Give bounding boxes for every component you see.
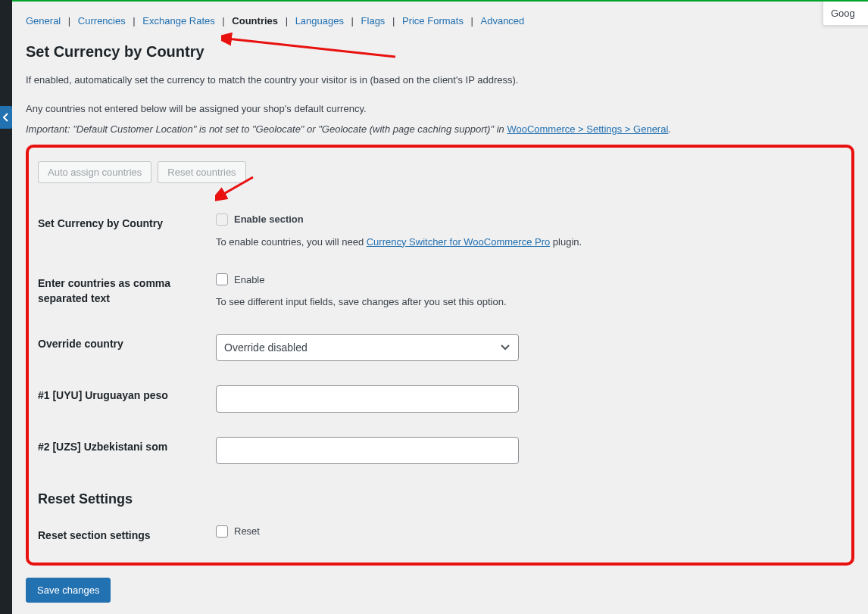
important-suffix: . [668, 123, 671, 135]
important-text: Important: "Default Customer Location" i… [26, 123, 507, 135]
page-title: Set Currency by Country [26, 34, 854, 70]
enter-comma-checkbox-label: Enable [234, 274, 264, 285]
subnav-flags[interactable]: Flags [361, 15, 386, 26]
subnav-advanced[interactable]: Advanced [481, 15, 525, 26]
save-changes-button[interactable]: Save changes [26, 578, 111, 603]
chevron-left-icon [3, 113, 9, 122]
page-description-2: Any countries not entered below will be … [26, 91, 854, 120]
woocommerce-settings-link[interactable]: WooCommerce > Settings > General [507, 123, 668, 135]
enter-comma-help: To see different input fields, save chan… [216, 285, 842, 310]
enable-section-checkbox-label: Enable section [234, 213, 304, 225]
enable-section-help: To enable countries, you will need Curre… [216, 226, 842, 250]
highlighted-settings-area: Auto assign countries Reset countries Se… [26, 145, 854, 566]
currency-1-label: #1 [UYU] Uruguayan peso [38, 385, 216, 404]
currency-2-input[interactable] [216, 437, 519, 464]
override-country-select[interactable]: Override disabled [216, 334, 519, 361]
enable-section-label: Set Currency by Country [38, 213, 216, 232]
reset-checkbox-label: Reset [234, 525, 260, 537]
subnav-exchange-rates[interactable]: Exchange Rates [142, 15, 214, 26]
subnav-currencies[interactable]: Currencies [78, 15, 126, 26]
currency-switcher-pro-link[interactable]: Currency Switcher for WooCommerce Pro [367, 236, 551, 248]
override-country-selected: Override disabled [224, 341, 308, 354]
subnav-price-formats[interactable]: Price Formats [402, 15, 464, 26]
reset-checkbox[interactable] [216, 525, 228, 538]
subnav-countries: Countries [232, 15, 278, 26]
page-description-1: If enabled, automatically set the curren… [26, 70, 854, 91]
chevron-down-icon [500, 342, 510, 353]
reset-countries-button[interactable]: Reset countries [158, 161, 245, 183]
enable-section-checkbox [216, 213, 228, 226]
currency-2-label: #2 [UZS] Uzbekistani som [38, 437, 216, 455]
reset-section-label: Reset section settings [38, 525, 216, 544]
page-important-note: Important: "Default Customer Location" i… [26, 119, 854, 140]
auto-assign-countries-button[interactable]: Auto assign countries [38, 161, 151, 183]
admin-sidebar-collapsed [0, 0, 12, 614]
subnav-general[interactable]: General [26, 15, 61, 26]
enter-comma-label: Enter countries as comma separated text [38, 273, 216, 306]
override-country-label: Override country [38, 334, 216, 352]
reset-settings-heading: Reset Settings [38, 476, 842, 513]
settings-subnav: General | Currencies | Exchange Rates | … [26, 0, 854, 34]
enter-comma-checkbox[interactable] [216, 273, 228, 285]
currency-1-input[interactable] [216, 385, 519, 413]
collapse-menu-tab[interactable] [0, 106, 12, 129]
subnav-languages[interactable]: Languages [295, 15, 344, 26]
